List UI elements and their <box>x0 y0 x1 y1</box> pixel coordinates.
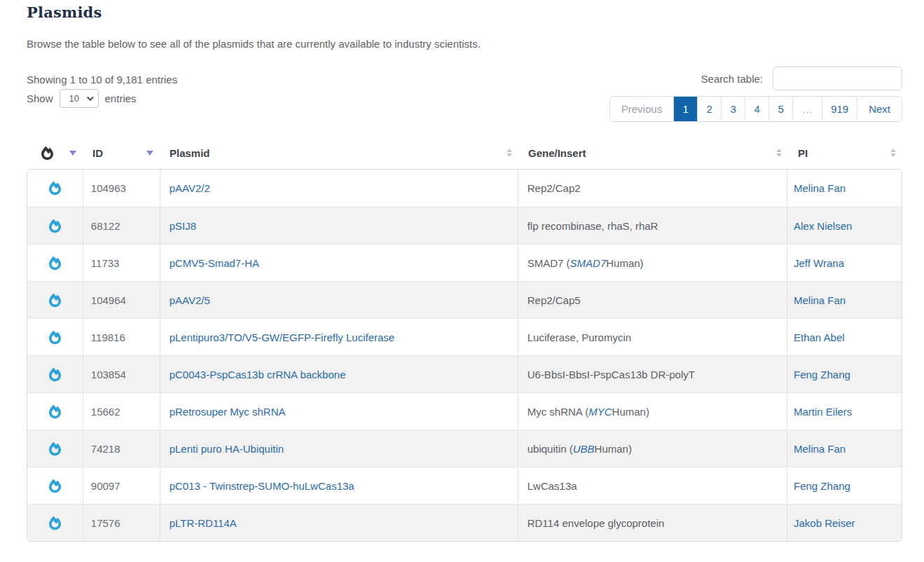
pagination-2[interactable]: 2 <box>698 97 722 121</box>
gene-text: Human) <box>612 406 649 418</box>
column-header-gene-insert[interactable]: Gene/Insert <box>518 137 788 169</box>
plasmids-table: ID Plasmid Gene/Insert PI 104963 pAAV2/2… <box>27 137 902 542</box>
plasmid-link[interactable]: pLenti puro HA-Ubiquitin <box>170 443 284 455</box>
flame-icon <box>49 404 61 419</box>
table-row: 11733 pCMV5-Smad7-HA SMAD7 (SMAD7 Human)… <box>27 244 902 281</box>
search-control: Search table: <box>701 67 902 90</box>
cell-gene-insert: ubiquitin (UBB Human) <box>518 430 787 467</box>
cell-pi: Martin Eilers <box>787 393 902 430</box>
gene-text: RD114 envelope glycoprotein <box>527 517 665 529</box>
gene-symbol-link[interactable]: SMAD7 <box>570 257 607 269</box>
flame-icon <box>49 256 61 270</box>
pi-link[interactable]: Ethan Abel <box>794 331 845 343</box>
pi-link[interactable]: Feng Zhang <box>794 480 850 492</box>
cell-id: 11733 <box>83 245 160 281</box>
cell-popularity <box>27 467 83 504</box>
pi-link[interactable]: Melina Fan <box>794 294 846 306</box>
pagination-919[interactable]: 919 <box>822 97 857 121</box>
cell-popularity <box>27 393 83 430</box>
flame-icon <box>27 146 53 160</box>
column-label: Gene/Insert <box>518 147 586 159</box>
table-row: 119816 pLentipuro3/TO/V5-GW/EGFP-Firefly… <box>27 318 902 355</box>
show-label: Show <box>27 92 53 104</box>
cell-plasmid: pCMV5-Smad7-HA <box>160 245 518 281</box>
plasmid-link[interactable]: pAAV2/5 <box>170 294 210 306</box>
gene-text: U6-BbsI-BbsI-PspCas13b DR-polyT <box>527 369 695 381</box>
column-header-id[interactable]: ID <box>83 137 160 169</box>
plasmid-link[interactable]: pRetrosuper Myc shRNA <box>170 406 286 418</box>
page-title: Plasmids <box>27 4 102 21</box>
cell-id: 119816 <box>83 319 160 355</box>
cell-popularity <box>27 245 83 281</box>
flame-icon <box>49 219 61 233</box>
pagination-next[interactable]: Next <box>857 97 902 121</box>
page-size-select[interactable]: 10 <box>60 89 99 108</box>
plasmid-link[interactable]: pAAV2/2 <box>170 182 210 194</box>
gene-symbol-link[interactable]: MYC <box>588 406 612 418</box>
column-header-pi[interactable]: PI <box>788 137 902 169</box>
pi-link[interactable]: Feng Zhang <box>794 369 850 381</box>
cell-id: 17576 <box>83 505 160 541</box>
cell-id: 90097 <box>83 467 160 504</box>
cell-popularity <box>27 207 83 244</box>
cell-gene-insert: LwCas13a <box>518 467 787 504</box>
plasmid-link[interactable]: pC013 - Twinstrep-SUMO-huLwCas13a <box>170 480 354 492</box>
cell-popularity <box>27 505 83 541</box>
table-row: 68122 pSIJ8 flp recombinase, rhaS, rhaR … <box>27 207 902 244</box>
search-input[interactable] <box>773 67 902 90</box>
plasmid-link[interactable]: pLTR-RD114A <box>170 517 237 529</box>
entries-label: entries <box>105 92 137 104</box>
plasmid-link[interactable]: pLentipuro3/TO/V5-GW/EGFP-Firefly Lucife… <box>170 331 395 343</box>
pi-link[interactable]: Martin Eilers <box>794 406 852 418</box>
gene-text: ubiquitin ( <box>527 443 573 455</box>
gene-text: SMAD7 ( <box>527 257 570 269</box>
cell-popularity <box>27 282 83 318</box>
gene-text: Rep2/Cap5 <box>527 294 581 306</box>
pi-link[interactable]: Melina Fan <box>794 182 846 194</box>
cell-pi: Melina Fan <box>787 170 902 207</box>
flame-icon <box>49 293 61 308</box>
cell-gene-insert: Rep2/Cap5 <box>518 282 787 318</box>
cell-gene-insert: Rep2/Cap2 <box>518 170 787 207</box>
cell-id: 104963 <box>83 170 160 207</box>
plasmid-link[interactable]: pCMV5-Smad7-HA <box>170 257 259 269</box>
table-row: 74218 pLenti puro HA-Ubiquitin ubiquitin… <box>27 430 902 467</box>
cell-pi: Feng Zhang <box>787 356 902 392</box>
pi-link[interactable]: Jakob Reiser <box>794 517 855 529</box>
pagination-5[interactable]: 5 <box>769 97 793 121</box>
gene-text: Rep2/Cap2 <box>527 182 581 194</box>
pagination-3[interactable]: 3 <box>722 97 745 121</box>
gene-symbol-link[interactable]: UBB <box>573 443 595 455</box>
cell-plasmid: pLentipuro3/TO/V5-GW/EGFP-Firefly Lucife… <box>160 319 518 355</box>
gene-text: Luciferase, Puromycin <box>527 331 631 343</box>
cell-id: 104964 <box>83 282 160 318</box>
cell-plasmid: pC0043-PspCas13b crRNA backbone <box>160 356 518 392</box>
pagination-1[interactable]: 1 <box>674 97 698 121</box>
cell-popularity <box>27 170 83 207</box>
sort-icon <box>506 149 512 157</box>
page-size-value: 10 <box>69 93 79 104</box>
column-label: Plasmid <box>160 147 210 159</box>
cell-gene-insert: Luciferase, Puromycin <box>518 319 787 355</box>
column-header-plasmid[interactable]: Plasmid <box>160 137 518 169</box>
cell-id: 103854 <box>83 356 160 392</box>
cell-pi: Melina Fan <box>787 430 902 467</box>
gene-text: Myc shRNA ( <box>527 406 589 418</box>
column-header-popularity[interactable] <box>27 137 83 169</box>
flame-icon <box>49 181 61 196</box>
gene-text: Human) <box>595 443 632 455</box>
chevron-down-icon <box>86 94 93 101</box>
pi-link[interactable]: Melina Fan <box>794 443 846 455</box>
pagination-4[interactable]: 4 <box>745 97 769 121</box>
pi-link[interactable]: Jeff Wrana <box>794 257 844 269</box>
gene-text: Human) <box>606 257 643 269</box>
cell-pi: Jeff Wrana <box>787 245 902 281</box>
cell-popularity <box>27 356 83 392</box>
flame-icon <box>49 441 61 456</box>
sort-desc-icon <box>69 151 76 156</box>
plasmid-link[interactable]: pSIJ8 <box>170 220 196 232</box>
plasmid-link[interactable]: pC0043-PspCas13b crRNA backbone <box>170 369 346 381</box>
flame-icon <box>49 330 61 345</box>
pi-link[interactable]: Alex Nielsen <box>794 220 852 232</box>
sort-icon <box>776 149 782 157</box>
